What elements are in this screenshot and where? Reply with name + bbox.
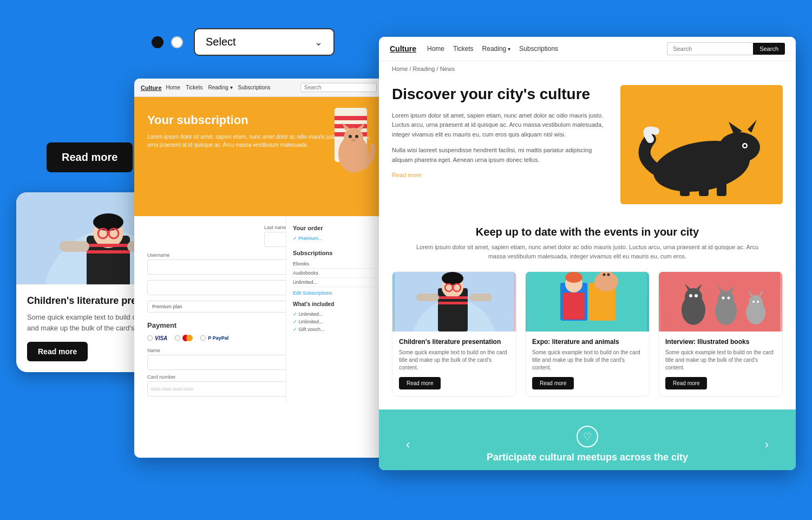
svg-point-22 — [351, 139, 356, 142]
chat-icon: ♡ — [577, 426, 598, 447]
event-card-img-1 — [392, 272, 516, 332]
svg-point-20 — [349, 135, 352, 138]
footer-prev-button[interactable]: ‹ — [401, 432, 415, 457]
browser-large-mockup: Culture Home Tickets Reading Subscriptio… — [379, 37, 796, 470]
mc-orange-circle — [186, 335, 193, 341]
browser-mid-mockup: Culture Home Tickets Reading ▾ Subscript… — [134, 79, 383, 458]
svg-point-37 — [442, 272, 463, 285]
svg-rect-30 — [680, 180, 690, 196]
event-card-2: Expo: literature and animals Some quick … — [525, 271, 650, 396]
visa-logo: VISA — [155, 335, 167, 341]
event-card-body-1: Children's literature presentation Some … — [392, 332, 516, 396]
large-nav-tickets[interactable]: Tickets — [453, 45, 474, 53]
svg-point-17 — [344, 128, 363, 147]
mobile-card-read-more-button[interactable]: Read more — [27, 342, 88, 361]
order-title: Your order — [293, 225, 377, 231]
mid-nav-tickets[interactable]: Tickets — [186, 84, 202, 90]
svg-point-61 — [689, 294, 692, 297]
event-card-img-2 — [526, 272, 649, 332]
svg-point-68 — [728, 297, 730, 300]
mid-nav-search-input[interactable] — [300, 83, 377, 92]
svg-rect-31 — [699, 181, 709, 196]
svg-rect-43 — [469, 294, 492, 301]
large-hero-image — [620, 85, 783, 204]
large-footer: ‹ ♡ Participate cultural meetups across … — [379, 410, 796, 470]
event-card-btn-3[interactable]: Read more — [665, 377, 707, 389]
mid-nav-home[interactable]: Home — [166, 84, 181, 90]
footer-center: ♡ Participate cultural meetups across th… — [415, 426, 759, 463]
svg-point-54 — [565, 272, 582, 283]
mid-nav-reading[interactable]: Reading ▾ — [208, 84, 233, 90]
subs-title: Subscriptions — [293, 250, 377, 256]
mid-form-area: Last name Username Premium plan ▾ — [134, 216, 383, 405]
large-hero-title: Discover your city's culture — [392, 85, 607, 103]
event-card-title-2: Expo: literature and animals — [532, 338, 643, 346]
mastercard-method[interactable] — [175, 335, 193, 341]
event-card-btn-1[interactable]: Read more — [399, 377, 441, 389]
hero-cat-illustration — [324, 108, 378, 184]
large-hero-body1: Lorem ipsum dolor sit amet, sapien etiam… — [392, 111, 607, 140]
large-nav-subscriptions[interactable]: Subscriptions — [519, 45, 558, 53]
event-card-title-1: Children's literature presentation — [399, 338, 509, 346]
section-subtitle: Lorem ipsum dolor sit amet, sapien etiam… — [379, 243, 796, 271]
mid-nav-subscriptions[interactable]: Subscriptions — [238, 84, 271, 90]
svg-rect-40 — [438, 296, 468, 299]
event-card-title-3: Interview: Illustrated books — [665, 338, 776, 346]
svg-point-51 — [603, 274, 606, 276]
large-search-input[interactable] — [667, 42, 753, 55]
radio-empty[interactable] — [171, 36, 183, 48]
svg-point-21 — [355, 135, 358, 138]
radio-group — [152, 36, 183, 48]
event-card-3: Interview: Illustrated books Some quick … — [658, 271, 783, 396]
radio-filled[interactable] — [152, 36, 163, 48]
form-col-firstname — [147, 225, 259, 247]
plan-select-label: Premium plan — [152, 304, 182, 309]
browser-mid-hero: Your subscription Lorem ipsum dolor sit … — [134, 97, 383, 216]
large-hero-body2: Nulla wisi laoreet suspendisse hendrerit… — [392, 146, 607, 165]
svg-point-74 — [757, 301, 759, 303]
svg-rect-13 — [335, 116, 367, 120]
svg-rect-42 — [416, 294, 439, 301]
svg-point-58 — [685, 288, 702, 306]
svg-point-64 — [718, 291, 734, 307]
svg-point-70 — [749, 295, 763, 309]
visa-radio[interactable] — [147, 335, 153, 341]
wi-item-2: ✓ Unlimited... — [293, 318, 377, 326]
floating-read-more-button[interactable]: Read more — [47, 142, 133, 172]
whats-included: What's included ✓ Unlimited... ✓ Unlimit… — [293, 301, 377, 333]
event-card-text-3: Some quick example text to build on the … — [665, 349, 776, 372]
subs-audiobooks: Audiobooks — [293, 269, 377, 278]
large-read-more-link[interactable]: Read more — [392, 172, 421, 178]
large-nav-links: Home Tickets Reading Subscriptions — [427, 45, 558, 53]
svg-point-25 — [719, 132, 760, 162]
large-hero-text: Discover your city's culture Lorem ipsum… — [392, 85, 607, 204]
order-premium: ✓ Premium... — [293, 236, 377, 241]
large-nav-logo: Culture — [390, 44, 416, 53]
svg-rect-10 — [60, 241, 89, 252]
visa-method[interactable]: VISA — [147, 335, 167, 341]
chevron-down-icon: ⌄ — [315, 36, 323, 48]
subs-unlimited: Unlimited... — [293, 278, 377, 287]
browser-mid-nav: Culture Home Tickets Reading ▾ Subscript… — [134, 79, 383, 97]
large-nav: Culture Home Tickets Reading Subscriptio… — [379, 37, 796, 61]
order-sidebar: Your order ✓ Premium... Subscriptions Eb… — [286, 216, 383, 405]
svg-rect-41 — [438, 302, 468, 304]
wi-item-1: ✓ Unlimited... — [293, 310, 377, 318]
large-nav-reading[interactable]: Reading — [482, 45, 510, 53]
event-card-btn-2[interactable]: Read more — [532, 377, 574, 389]
event-card-text-1: Some quick example text to build on the … — [399, 349, 509, 372]
edit-subscriptions-link[interactable]: Edit Subscriptions — [293, 290, 377, 296]
large-search-button[interactable]: Search — [753, 43, 785, 55]
footer-next-button[interactable]: › — [759, 432, 774, 457]
select-label: Select — [206, 36, 236, 48]
top-controls-area: Select ⌄ — [152, 28, 335, 56]
pp-radio[interactable] — [200, 335, 206, 341]
large-hero-section: Discover your city's culture Lorem ipsum… — [379, 76, 796, 213]
svg-rect-9 — [87, 250, 130, 253]
select-dropdown[interactable]: Select ⌄ — [194, 28, 335, 56]
event-card-img-3 — [659, 272, 782, 332]
subs-ebooks: Ebooks — [293, 259, 377, 269]
large-nav-home[interactable]: Home — [427, 45, 444, 53]
mc-radio[interactable] — [175, 335, 180, 341]
paypal-method[interactable]: P PayPal — [200, 335, 228, 341]
